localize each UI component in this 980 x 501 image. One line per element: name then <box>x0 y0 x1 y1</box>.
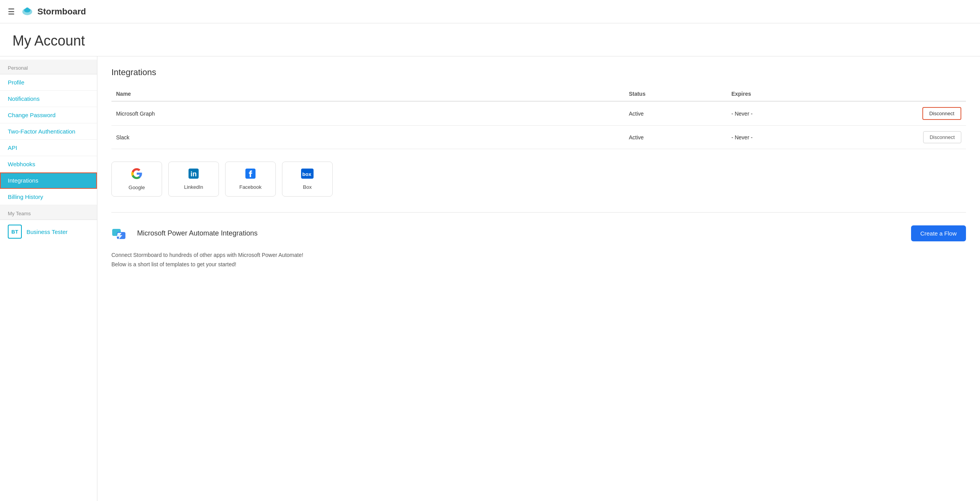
sidebar-item-billing[interactable]: Billing History <box>0 189 97 205</box>
page-title: My Account <box>12 33 968 49</box>
svg-text:in: in <box>190 170 197 178</box>
col-header-expires: Expires <box>727 87 855 101</box>
svg-point-2 <box>26 7 29 11</box>
box-icon: box <box>301 169 314 181</box>
sidebar-item-api[interactable]: API <box>0 140 97 156</box>
col-header-status: Status <box>624 87 726 101</box>
box-card-label: Box <box>303 184 312 190</box>
hamburger-menu[interactable]: ☰ <box>8 7 15 16</box>
power-automate-description-line1: Connect Stormboard to hundreds of other … <box>111 251 966 269</box>
power-automate-header: Microsoft Power Automate Integrations Cr… <box>111 223 966 243</box>
sidebar-item-profile[interactable]: Profile <box>0 74 97 91</box>
disconnect-button-slack[interactable]: Disconnect <box>923 131 961 143</box>
svg-text:box: box <box>302 171 312 177</box>
integration-card-box[interactable]: box Box <box>282 162 333 197</box>
team-avatar: BT <box>8 225 22 239</box>
integration-name-microsoft-graph: Microsoft Graph <box>111 101 624 126</box>
power-automate-icon <box>111 223 131 243</box>
facebook-icon <box>245 169 256 181</box>
integration-status-microsoft-graph: Active <box>624 101 726 126</box>
sidebar-item-notifications[interactable]: Notifications <box>0 91 97 107</box>
create-flow-button[interactable]: Create a Flow <box>911 225 966 241</box>
disconnect-button-microsoft-graph[interactable]: Disconnect <box>922 107 961 120</box>
power-automate-title: Microsoft Power Automate Integrations <box>137 229 257 237</box>
integration-card-linkedin[interactable]: in LinkedIn <box>168 162 219 197</box>
sidebar: Personal Profile Notifications Change Pa… <box>0 56 97 501</box>
sidebar-item-webhooks[interactable]: Webhooks <box>0 156 97 172</box>
power-automate-title-group: Microsoft Power Automate Integrations <box>111 223 257 243</box>
integration-status-slack: Active <box>624 126 726 149</box>
integration-expires-slack: - Never - <box>727 126 855 149</box>
google-icon <box>131 168 142 181</box>
table-row: Microsoft Graph Active - Never - Disconn… <box>111 101 966 126</box>
table-row: Slack Active - Never - Disconnect <box>111 126 966 149</box>
google-card-label: Google <box>129 185 145 190</box>
team-name: Business Tester <box>26 229 68 235</box>
col-header-name: Name <box>111 87 624 101</box>
logo-icon <box>20 5 34 19</box>
integrations-title: Integrations <box>111 67 966 77</box>
linkedin-icon: in <box>189 169 199 181</box>
linkedin-card-label: LinkedIn <box>184 184 203 190</box>
integration-card-facebook[interactable]: Facebook <box>225 162 276 197</box>
sidebar-team-business-tester[interactable]: BT Business Tester <box>0 220 97 243</box>
main-content: Integrations Name Status Expires Microso… <box>97 56 980 501</box>
integration-name-slack: Slack <box>111 126 624 149</box>
integrations-table: Name Status Expires Microsoft Graph Acti… <box>111 87 966 149</box>
sidebar-item-integrations[interactable]: Integrations <box>0 172 97 189</box>
logo-text-storm: Stormboard <box>37 7 86 17</box>
sidebar-section-teams: My Teams <box>0 205 97 220</box>
sidebar-section-personal: Personal <box>0 60 97 74</box>
integration-cards: Google in LinkedIn Face <box>111 162 966 197</box>
power-automate-section: Microsoft Power Automate Integrations Cr… <box>111 212 966 269</box>
main-layout: Personal Profile Notifications Change Pa… <box>0 56 980 501</box>
sidebar-item-change-password[interactable]: Change Password <box>0 107 97 123</box>
app-logo: Stormboard <box>20 5 86 19</box>
sidebar-item-two-factor[interactable]: Two-Factor Authentication <box>0 123 97 140</box>
col-header-action <box>855 87 966 101</box>
topbar: ☰ Stormboard <box>0 0 980 23</box>
integration-card-google[interactable]: Google <box>111 162 162 197</box>
facebook-card-label: Facebook <box>239 184 261 190</box>
page-title-area: My Account <box>0 23 980 56</box>
integration-expires-microsoft-graph: - Never - <box>727 101 855 126</box>
